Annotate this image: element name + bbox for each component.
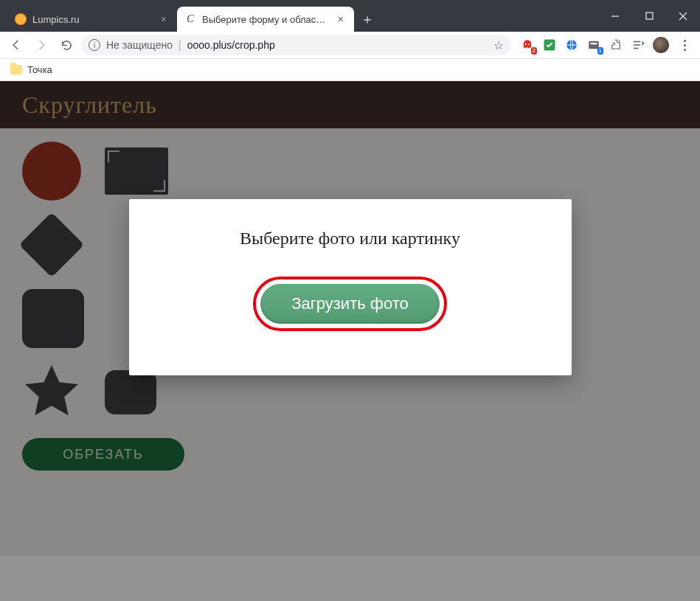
favicon-lumpics-icon bbox=[15, 13, 27, 25]
address-bar[interactable]: i Не защищено | oooo.plus/crop.php ☆ bbox=[81, 35, 511, 55]
svg-point-4 bbox=[525, 44, 527, 45]
ext-globe-icon[interactable] bbox=[564, 38, 579, 52]
bookmark-star-icon[interactable]: ☆ bbox=[493, 38, 504, 52]
badge-count: 1 bbox=[597, 47, 603, 55]
close-icon bbox=[679, 12, 687, 21]
ext-check-icon[interactable] bbox=[542, 38, 557, 52]
ext-idm-icon[interactable]: 1 bbox=[586, 38, 601, 52]
favicon-c-icon: C bbox=[184, 13, 196, 25]
modal-title: Выберите фото или картинку bbox=[151, 229, 550, 249]
bookmarks-bar: Точка bbox=[0, 59, 700, 81]
ext-ghostery-icon[interactable]: 2 bbox=[520, 38, 535, 52]
profile-avatar[interactable] bbox=[653, 37, 669, 53]
close-icon[interactable]: × bbox=[158, 12, 170, 27]
minimize-button[interactable] bbox=[598, 0, 632, 32]
window-controls bbox=[598, 0, 700, 32]
separator: | bbox=[179, 39, 181, 51]
browser-toolbar: i Не защищено | oooo.plus/crop.php ☆ 2 1 bbox=[0, 32, 700, 59]
security-label: Не защищено bbox=[106, 39, 173, 51]
minimize-icon bbox=[611, 12, 620, 21]
new-tab-button[interactable]: ＋ bbox=[357, 9, 378, 29]
site-info-icon[interactable]: i bbox=[89, 39, 100, 51]
badge-count: 2 bbox=[531, 47, 537, 55]
back-button[interactable] bbox=[6, 35, 27, 55]
close-icon[interactable]: × bbox=[335, 12, 347, 27]
modal-overlay[interactable]: Выберите фото или картинку Загрузить фот… bbox=[0, 81, 700, 601]
upload-photo-button[interactable]: Загрузить фото bbox=[260, 284, 439, 324]
tab-title: Lumpics.ru bbox=[32, 14, 152, 25]
arrow-left-icon bbox=[10, 38, 23, 52]
maximize-button[interactable] bbox=[632, 0, 666, 32]
arrow-right-icon bbox=[35, 38, 48, 52]
close-window-button[interactable] bbox=[666, 0, 700, 32]
window-titlebar: Lumpics.ru × C Выберите форму и область … bbox=[0, 0, 700, 32]
upload-highlight: Загрузить фото bbox=[253, 277, 446, 331]
bookmark-item-tочка[interactable]: Точка bbox=[10, 64, 52, 75]
svg-point-5 bbox=[528, 44, 530, 45]
browser-tab-lumpics[interactable]: Lumpics.ru × bbox=[7, 7, 177, 32]
page-viewport: Скруглитель ОБРЕЗАТЬ bbox=[0, 81, 700, 601]
svg-rect-1 bbox=[646, 13, 653, 19]
ext-puzzle-icon[interactable] bbox=[609, 38, 623, 52]
extensions-area: 2 1 bbox=[516, 37, 694, 53]
url-text: oooo.plus/crop.php bbox=[187, 39, 275, 51]
svg-rect-9 bbox=[591, 43, 597, 44]
tab-title: Выберите форму и область для bbox=[202, 14, 329, 25]
browser-menu-button[interactable] bbox=[676, 40, 693, 51]
browser-tab-crop[interactable]: C Выберите форму и область для × bbox=[177, 7, 354, 32]
reload-icon bbox=[60, 39, 73, 52]
maximize-icon bbox=[645, 12, 654, 20]
ext-reading-list-icon[interactable] bbox=[631, 38, 645, 52]
reload-button[interactable] bbox=[56, 35, 77, 55]
bookmark-label: Точка bbox=[27, 64, 52, 75]
folder-icon bbox=[10, 65, 22, 74]
upload-modal: Выберите фото или картинку Загрузить фот… bbox=[129, 199, 572, 375]
forward-button[interactable] bbox=[31, 35, 52, 55]
